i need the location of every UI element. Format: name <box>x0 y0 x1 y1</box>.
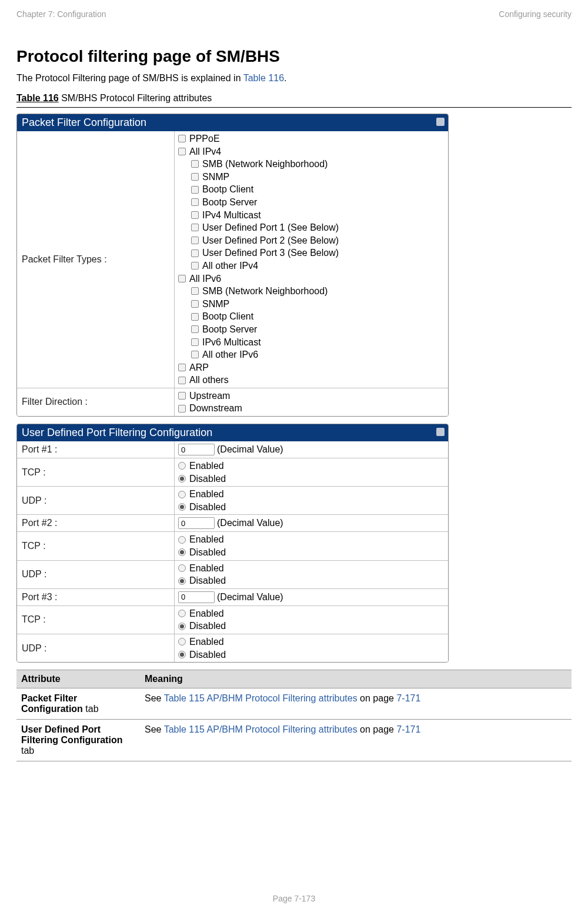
checkbox-icon[interactable] <box>191 325 199 333</box>
port-label: Port #2 : <box>17 515 175 531</box>
checkbox-icon[interactable] <box>191 249 199 257</box>
filter-type-option: Bootp Client <box>178 310 445 323</box>
table-label: Table 116 <box>16 93 59 103</box>
disabled-label: Disabled <box>189 501 226 514</box>
packet-filter-config-panel: Packet Filter Configuration Packet Filte… <box>16 114 449 417</box>
header-left: Chapter 7: Configuration <box>16 9 106 19</box>
col-attribute: Attribute <box>16 670 140 688</box>
filter-type-option: All IPv6 <box>178 272 445 285</box>
radio-icon[interactable] <box>178 536 186 544</box>
checkbox-icon[interactable] <box>178 135 186 142</box>
filter-type-label: SMB (Network Neighborhood) <box>202 285 328 298</box>
filter-type-label: All IPv4 <box>189 145 221 158</box>
filter-type-option: IPv4 Multicast <box>178 209 445 222</box>
checkbox-icon[interactable] <box>191 262 199 269</box>
checkbox-icon[interactable] <box>191 287 199 295</box>
checkbox-icon[interactable] <box>191 313 199 321</box>
filter-type-label: SNMP <box>202 171 229 184</box>
checkbox-icon[interactable] <box>191 160 199 168</box>
checkbox-icon[interactable] <box>191 351 199 358</box>
checkbox-icon[interactable] <box>191 338 199 346</box>
checkbox-icon[interactable] <box>178 275 186 282</box>
checkbox-icon[interactable] <box>191 224 199 231</box>
enabled-label: Enabled <box>189 460 224 473</box>
filter-type-label: Bootp Client <box>202 310 253 323</box>
filter-type-option: SNMP <box>178 298 445 311</box>
cross-ref-link[interactable]: Table 115 AP/BHM Protocol Filtering attr… <box>164 724 358 734</box>
user-defined-port-title: User Defined Port Filtering Configuratio… <box>22 427 212 438</box>
radio-icon[interactable] <box>178 548 186 556</box>
filter-type-option: SMB (Network Neighborhood) <box>178 158 445 171</box>
checkbox-icon[interactable] <box>178 377 186 384</box>
enabled-label: Enabled <box>189 488 224 501</box>
page-ref-link[interactable]: 7-171 <box>396 724 420 734</box>
packet-filter-config-header: Packet Filter Configuration <box>17 114 448 131</box>
filter-type-option: Bootp Server <box>178 196 445 209</box>
page-ref-link[interactable]: 7-171 <box>396 693 420 703</box>
decimal-value-label: (Decimal Value) <box>217 518 283 528</box>
radio-icon[interactable] <box>178 564 186 572</box>
enabled-label: Enabled <box>189 607 224 620</box>
filter-type-label: SNMP <box>202 298 229 311</box>
intro-link[interactable]: Table 116 <box>243 73 284 83</box>
filter-type-label: Bootp Server <box>202 323 257 336</box>
cross-ref-link[interactable]: Table 115 AP/BHM Protocol Filtering attr… <box>164 693 358 703</box>
enabled-label: Enabled <box>189 533 224 546</box>
user-defined-port-panel: User Defined Port Filtering Configuratio… <box>16 424 449 663</box>
radio-icon[interactable] <box>178 651 186 658</box>
checkbox-icon[interactable] <box>191 300 199 308</box>
attribute-name: Packet Filter Configuration tab <box>16 688 140 720</box>
attribute-name: User Defined Port Filtering Configuratio… <box>16 720 140 761</box>
radio-icon[interactable] <box>178 491 186 498</box>
checkbox-icon[interactable] <box>191 211 199 219</box>
page-title: Protocol filtering page of SM/BHS <box>16 47 572 66</box>
radio-icon[interactable] <box>178 462 186 470</box>
table-caption-text: SM/BHS Protocol Filtering attributes <box>59 93 212 103</box>
radio-icon[interactable] <box>178 503 186 511</box>
filter-type-label: All IPv6 <box>189 272 221 285</box>
filter-type-label: PPPoE <box>189 132 220 145</box>
checkbox-icon[interactable] <box>178 148 186 155</box>
filter-type-label: Bootp Server <box>202 196 257 209</box>
collapse-icon[interactable] <box>436 428 445 436</box>
checkbox-icon[interactable] <box>191 186 199 194</box>
table-row: User Defined Port Filtering Configuratio… <box>16 720 572 761</box>
disabled-label: Disabled <box>189 620 226 633</box>
udp-label: UDP : <box>17 634 175 662</box>
filter-type-label: Bootp Client <box>202 183 253 196</box>
page-footer: Page 7-173 <box>0 894 588 903</box>
filter-direction-option: Downstream <box>178 402 445 415</box>
decimal-value-label: (Decimal Value) <box>217 592 283 603</box>
decimal-value-label: (Decimal Value) <box>217 444 283 455</box>
radio-icon[interactable] <box>178 610 186 617</box>
checkbox-icon[interactable] <box>178 392 186 400</box>
attributes-table: Attribute Meaning Packet Filter Configur… <box>16 670 572 761</box>
filter-direction-label: Upstream <box>189 390 230 402</box>
filter-type-label: User Defined Port 1 (See Below) <box>202 221 339 234</box>
filter-type-option: All other IPv6 <box>178 348 445 361</box>
tcp-label: TCP : <box>17 458 175 486</box>
radio-icon[interactable] <box>178 577 186 585</box>
checkbox-icon[interactable] <box>178 405 186 412</box>
radio-icon[interactable] <box>178 475 186 483</box>
filter-type-label: All others <box>189 374 229 387</box>
port-input[interactable] <box>178 444 215 455</box>
checkbox-icon[interactable] <box>178 364 186 371</box>
filter-type-option: Bootp Server <box>178 323 445 336</box>
checkbox-icon[interactable] <box>191 173 199 181</box>
filter-direction-label: Filter Direction : <box>17 388 175 416</box>
filter-direction-option: Upstream <box>178 390 445 402</box>
filter-type-option: User Defined Port 2 (See Below) <box>178 234 445 247</box>
radio-icon[interactable] <box>178 623 186 630</box>
checkbox-icon[interactable] <box>191 237 199 244</box>
port-input[interactable] <box>178 517 215 529</box>
checkbox-icon[interactable] <box>191 198 199 206</box>
collapse-icon[interactable] <box>436 118 445 126</box>
filter-type-option: SMB (Network Neighborhood) <box>178 285 445 298</box>
radio-icon[interactable] <box>178 638 186 646</box>
intro-pre: The Protocol Filtering page of SM/BHS is… <box>16 73 243 83</box>
filter-type-label: ARP <box>189 361 209 374</box>
port-input[interactable] <box>178 591 215 603</box>
filter-type-label: User Defined Port 3 (See Below) <box>202 247 339 259</box>
filter-type-option: All other IPv4 <box>178 259 445 272</box>
